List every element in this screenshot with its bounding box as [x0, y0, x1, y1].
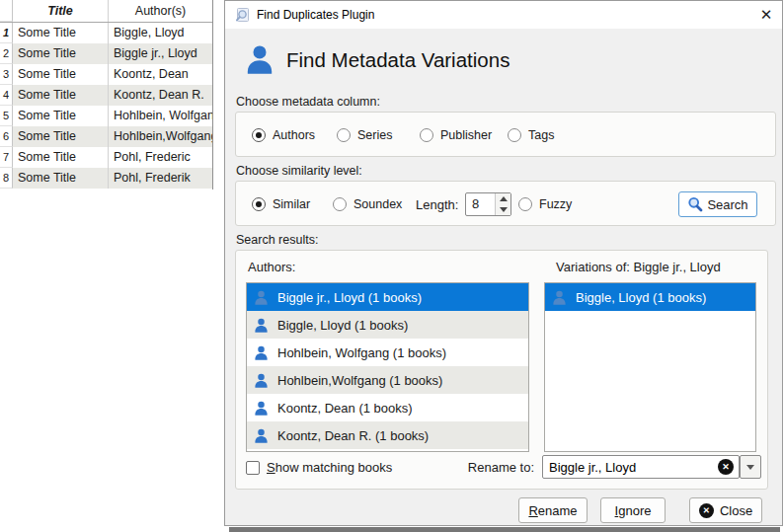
spin-down-icon[interactable] [496, 204, 510, 215]
cell-author[interactable]: Hohlbein,Wolfgang [109, 126, 212, 147]
length-spinner[interactable]: 8 [465, 192, 511, 216]
person-icon [253, 344, 270, 361]
cell-title[interactable]: Some Title [13, 43, 109, 64]
row-number: 7 [0, 147, 13, 168]
radio-label: Similar [273, 197, 310, 211]
radio-authors[interactable]: Authors [252, 128, 315, 142]
close-button[interactable]: ✕ Close [689, 497, 762, 523]
radio-tags[interactable]: Tags [508, 128, 554, 142]
radio-fuzzy[interactable]: Fuzzy [518, 197, 572, 211]
library-book-table: Title Author(s) 1 Some Title Biggle, Llo… [0, 0, 213, 190]
clear-input-icon[interactable]: ✕ [718, 459, 734, 475]
radio-label: Publisher [440, 128, 492, 142]
rename-to-label: Rename to: [424, 460, 534, 475]
person-icon [253, 317, 270, 334]
metadata-column-label: Choose metadata column: [236, 95, 380, 109]
table-row[interactable]: 3 Some Title Koontz, Dean [0, 64, 212, 85]
cell-author[interactable]: Biggle, Lloyd [109, 23, 212, 43]
checkbox-label: Show matching books [267, 460, 392, 475]
cell-author[interactable]: Koontz, Dean [109, 64, 212, 85]
length-value[interactable]: 8 [466, 193, 495, 215]
ignore-button-label: Ignore [615, 503, 652, 518]
similarity-level-group: Similar Soundex Length: 8 Fuzzy Search [235, 181, 776, 226]
table-row[interactable]: 6 Some Title Hohlbein,Wolfgang [0, 126, 212, 147]
column-header-authors[interactable]: Author(s) [109, 0, 212, 22]
cell-author[interactable]: Biggle jr., Lloyd [109, 43, 212, 64]
radio-dot [252, 128, 266, 142]
length-label: Length: [416, 197, 458, 212]
authors-list: Biggle jr., Lloyd (1 books) Biggle, Lloy… [246, 282, 529, 452]
author-list-item[interactable]: Biggle jr., Lloyd (1 books) [247, 283, 528, 311]
spin-up-icon[interactable] [496, 193, 510, 204]
radio-dot [518, 197, 532, 211]
table-row[interactable]: 4 Some Title Koontz, Dean R. [0, 85, 212, 106]
author-list-item[interactable]: Hohlbein, Wolfgang (1 books) [247, 339, 528, 366]
cell-title[interactable]: Some Title [13, 23, 109, 43]
cell-author[interactable]: Pohl, Frederic [109, 147, 212, 168]
cell-author[interactable]: Hohlbein, Wolfgang [109, 106, 212, 126]
radio-similar[interactable]: Similar [252, 197, 310, 211]
radio-publisher[interactable]: Publisher [420, 128, 492, 142]
find-duplicates-plugin-icon [234, 7, 250, 23]
dialog-drop-shadow [229, 527, 780, 532]
table-row[interactable]: 7 Some Title Pohl, Frederic [0, 147, 212, 168]
person-icon [253, 400, 270, 417]
column-header-title[interactable]: Title [13, 0, 109, 22]
close-window-icon[interactable]: ✕ [750, 1, 782, 29]
rename-button[interactable]: Rename [518, 497, 588, 523]
metadata-column-group: Authors Series Publisher Tags [235, 112, 776, 157]
row-number: 2 [0, 43, 13, 64]
person-icon [551, 289, 568, 306]
search-results-label: Search results: [236, 233, 318, 247]
author-item-label: Biggle jr., Lloyd (1 books) [277, 290, 422, 305]
radio-dot [252, 197, 266, 211]
radio-label: Soundex [353, 197, 402, 211]
rename-to-combobox[interactable]: ✕ [542, 455, 740, 479]
authors-list-label: Authors: [248, 260, 295, 274]
radio-dot [508, 128, 521, 142]
cell-author[interactable]: Pohl, Frederik [109, 168, 212, 189]
close-circle-icon: ✕ [699, 503, 714, 518]
cell-title[interactable]: Some Title [13, 168, 109, 189]
table-row[interactable]: 1 Some Title Biggle, Lloyd [0, 23, 212, 43]
table-header-row: Title Author(s) [0, 0, 212, 23]
search-button[interactable]: Search [678, 191, 757, 217]
radio-soundex[interactable]: Soundex [333, 197, 402, 211]
row-number: 1 [0, 23, 13, 43]
cell-author[interactable]: Koontz, Dean R. [109, 85, 212, 106]
radio-dot [337, 128, 351, 142]
dialog-titlebar: Find Duplicates Plugin [225, 1, 782, 29]
cell-title[interactable]: Some Title [13, 147, 109, 168]
search-button-label: Search [707, 197, 747, 212]
spinner-arrows [495, 193, 510, 215]
search-results-group: Authors: Variations of: Biggle jr., Lloy… [235, 250, 768, 490]
radio-series[interactable]: Series [337, 128, 392, 142]
table-row[interactable]: 5 Some Title Hohlbein, Wolfgang [0, 106, 212, 126]
person-icon [243, 42, 276, 76]
row-number: 3 [0, 64, 13, 85]
author-list-item[interactable]: Biggle, Lloyd (1 books) [247, 311, 528, 339]
author-list-item[interactable]: Hohlbein,Wolfgang (1 books) [247, 366, 528, 394]
radio-label: Authors [273, 128, 315, 142]
rename-to-input[interactable] [543, 460, 718, 475]
rename-button-label: Rename [528, 503, 577, 518]
author-list-item[interactable]: Koontz, Dean R. (1 books) [247, 421, 528, 449]
author-item-label: Biggle, Lloyd (1 books) [277, 318, 408, 333]
cell-title[interactable]: Some Title [13, 64, 109, 85]
table-row[interactable]: 8 Some Title Pohl, Frederik [0, 168, 212, 189]
row-number-gutter-header [0, 0, 13, 22]
table-row[interactable]: 2 Some Title Biggle jr., Lloyd [0, 43, 212, 64]
person-icon [253, 289, 270, 306]
cell-title[interactable]: Some Title [13, 126, 109, 147]
author-item-label: Hohlbein,Wolfgang (1 books) [277, 373, 442, 388]
variation-list-item[interactable]: Biggle, Lloyd (1 books) [545, 283, 755, 311]
radio-label: Fuzzy [539, 197, 572, 211]
radio-dot [420, 128, 433, 142]
ignore-button[interactable]: Ignore [600, 497, 666, 523]
author-list-item[interactable]: Koontz, Dean (1 books) [247, 394, 528, 421]
cell-title[interactable]: Some Title [13, 85, 109, 106]
checkbox-box[interactable] [246, 461, 260, 475]
combobox-dropdown-button[interactable] [740, 455, 761, 479]
cell-title[interactable]: Some Title [13, 106, 109, 126]
show-matching-books-checkbox[interactable]: Show matching books [246, 460, 392, 475]
